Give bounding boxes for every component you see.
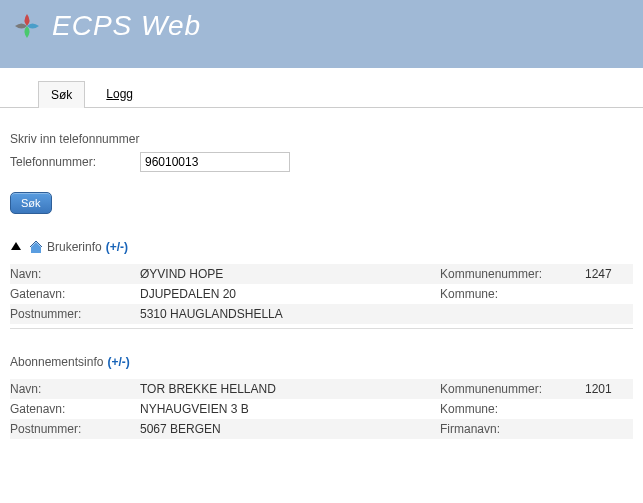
label: Gatenavn: <box>10 399 140 419</box>
user-section-title: Brukerinfo <box>47 240 102 254</box>
user-toggle[interactable]: (+/-) <box>106 240 128 254</box>
phone-input[interactable] <box>140 152 290 172</box>
label: Postnummer: <box>10 419 140 439</box>
house-icon <box>29 240 43 254</box>
label: Kommunenummer: <box>440 264 585 284</box>
label: Navn: <box>10 379 140 399</box>
value: 1201 <box>585 379 633 399</box>
subscription-info-grid: Navn: TOR BREKKE HELLAND Kommunenummer: … <box>10 379 633 439</box>
value <box>585 399 633 419</box>
value: DJUPEDALEN 20 <box>140 284 440 304</box>
value: NYHAUGVEIEN 3 B <box>140 399 440 419</box>
value: ØYVIND HOPE <box>140 264 440 284</box>
value <box>585 284 633 304</box>
app-title: ECPS Web <box>52 10 201 42</box>
label: Postnummer: <box>10 304 140 324</box>
search-button[interactable]: Søk <box>10 192 52 214</box>
label: Firmanavn: <box>440 419 585 439</box>
subscription-toggle[interactable]: (+/-) <box>107 355 129 369</box>
value: 5067 BERGEN <box>140 419 440 439</box>
form-caption: Skriv inn telefonnummer <box>10 132 633 146</box>
user-section-header: Brukerinfo (+/-) <box>10 240 633 254</box>
tab-bar: Søk Logg <box>38 80 643 107</box>
collapse-icon[interactable] <box>10 241 22 253</box>
subscription-section-title: Abonnementsinfo <box>10 355 103 369</box>
value: 1247 <box>585 264 633 284</box>
label: Kommune: <box>440 284 585 304</box>
value <box>585 419 633 439</box>
label: Gatenavn: <box>10 284 140 304</box>
subscription-section-header: Abonnementsinfo (+/-) <box>10 355 633 369</box>
main-content: Skriv inn telefonnummer Telefonnummer: S… <box>0 108 643 439</box>
app-header: ECPS Web <box>0 0 643 68</box>
phone-row: Telefonnummer: <box>10 152 633 172</box>
label: Kommunenummer: <box>440 379 585 399</box>
label: Navn: <box>10 264 140 284</box>
section-divider <box>10 328 633 329</box>
value: 5310 HAUGLANDSHELLA <box>140 304 440 324</box>
phone-label: Telefonnummer: <box>10 155 130 169</box>
tab-search[interactable]: Søk <box>38 81 85 108</box>
user-info-grid: Navn: ØYVIND HOPE Kommunenummer: 1247 Ga… <box>10 264 633 324</box>
tab-log[interactable]: Logg <box>93 80 146 107</box>
value: TOR BREKKE HELLAND <box>140 379 440 399</box>
logo-icon <box>12 11 42 41</box>
value <box>585 304 633 324</box>
label <box>440 304 585 324</box>
label: Kommune: <box>440 399 585 419</box>
